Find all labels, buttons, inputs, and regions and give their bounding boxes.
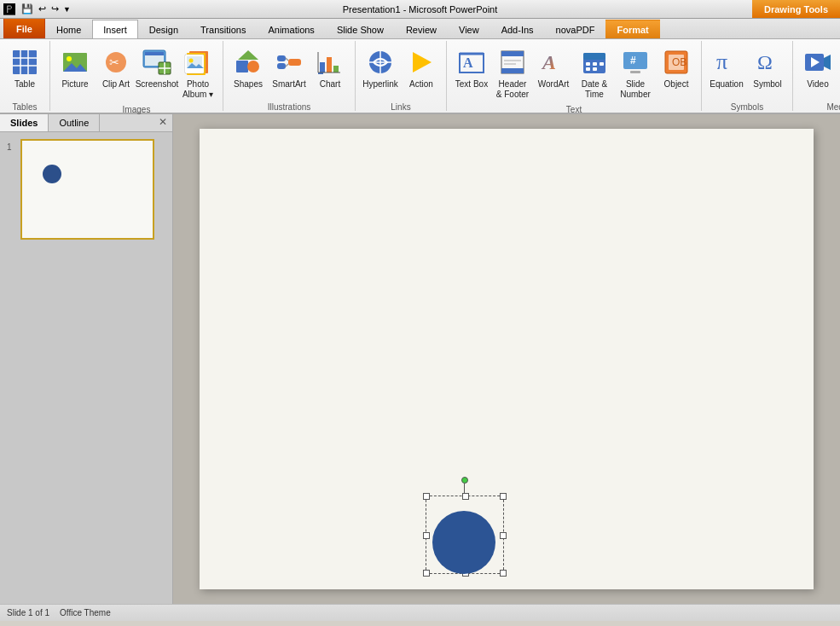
theme-name: Office Theme (60, 608, 111, 617)
qat-save[interactable]: 💾 (19, 3, 36, 15)
thumb-circle (43, 165, 61, 183)
svg-rect-33 (327, 57, 332, 72)
handle-top-right[interactable] (500, 493, 507, 500)
tab-home[interactable]: Home (45, 20, 92, 38)
video-button[interactable]: Video (798, 44, 837, 99)
handle-middle-left[interactable] (423, 532, 430, 539)
tab-animations[interactable]: Animations (257, 20, 325, 38)
svg-rect-57 (593, 67, 597, 71)
title-bar: 🅿 💾 ↩ ↪ ▼ Presentation1 - Microsoft Powe… (0, 0, 840, 19)
screenshot-button[interactable]: Screenshot (137, 44, 177, 99)
circle-shape[interactable] (432, 511, 495, 574)
rotation-handle[interactable] (461, 477, 468, 484)
svg-rect-26 (277, 55, 286, 61)
svg-rect-55 (600, 62, 604, 66)
panel-close-button[interactable]: ✕ (154, 114, 172, 131)
qat-dropdown[interactable]: ▼ (61, 4, 72, 14)
tab-addins[interactable]: Add-Ins (490, 20, 545, 38)
ribbon-group-text: A Text Box Header & Footer (447, 41, 702, 111)
tab-design[interactable]: Design (138, 20, 189, 38)
wordart-label: WordArt (538, 79, 570, 90)
tab-slides[interactable]: Slides (0, 114, 49, 131)
handle-top-left[interactable] (423, 493, 430, 500)
ribbon-group-tables: Table Tables (0, 41, 50, 111)
table-button[interactable]: Table (5, 44, 44, 99)
ribbon-group-images: Picture ✂ Clip Art (50, 41, 223, 111)
shapes-button[interactable]: Shapes (229, 44, 268, 99)
smartart-button[interactable]: SmartArt (269, 44, 309, 99)
symbol-button[interactable]: Ω Symbol (748, 44, 787, 99)
selected-shape-container[interactable] (426, 496, 504, 574)
ribbon-group-symbols: π Equation Ω Symbol Symbols (702, 41, 793, 111)
tab-novapdf[interactable]: novaPDF (545, 20, 606, 38)
svg-text:A: A (541, 51, 556, 73)
qat-redo[interactable]: ↪ (49, 3, 61, 15)
datetime-label: Date & Time (576, 79, 612, 100)
photoalbum-icon (182, 47, 213, 78)
handle-top-middle[interactable] (462, 493, 469, 500)
svg-rect-53 (586, 62, 590, 66)
svg-rect-47 (501, 68, 524, 73)
object-label: Object (664, 79, 689, 90)
ribbon: Table Tables Picture (0, 39, 840, 114)
datetime-button[interactable]: Date & Time (575, 44, 614, 101)
canvas-area[interactable] (173, 114, 840, 604)
symbol-icon: Ω (752, 47, 783, 78)
datetime-icon (579, 47, 610, 78)
slide-1-thumbnail[interactable] (20, 139, 154, 240)
table-icon (9, 47, 40, 78)
tab-review[interactable]: Review (395, 20, 448, 38)
textbox-label: Text Box (455, 79, 488, 90)
object-button[interactable]: OB Object (657, 44, 696, 99)
symbol-label: Symbol (753, 79, 781, 90)
headerfooter-button[interactable]: Header & Footer (493, 44, 532, 101)
tab-transitions[interactable]: Transitions (189, 20, 257, 38)
tab-outline[interactable]: Outline (49, 114, 100, 131)
qat-undo[interactable]: ↩ (36, 3, 49, 15)
ribbon-tabs: File Home Insert Design Transitions Anim… (0, 19, 840, 39)
picture-button[interactable]: Picture (55, 44, 95, 99)
slide-1-number: 1 (7, 139, 17, 152)
tab-slideshow[interactable]: Slide Show (326, 20, 395, 38)
tab-format[interactable]: Format (605, 20, 659, 38)
slide-canvas[interactable] (200, 129, 814, 589)
svg-rect-34 (333, 66, 339, 72)
slidenumber-button[interactable]: # Slide Number (616, 44, 655, 101)
textbox-button[interactable]: A Text Box (452, 44, 491, 99)
svg-line-30 (286, 64, 288, 67)
action-button[interactable]: Action (402, 44, 441, 99)
svg-rect-52 (583, 53, 605, 60)
picture-icon (60, 47, 90, 78)
tab-file[interactable]: File (3, 18, 45, 38)
wordart-icon: A (538, 47, 569, 78)
ribbon-group-links: Hyperlink Action Links (356, 41, 447, 111)
clipart-button[interactable]: ✂ Clip Art (96, 44, 136, 99)
svg-text:#: # (630, 55, 636, 67)
symbols-group-label: Symbols (731, 101, 763, 113)
action-label: Action (409, 79, 433, 90)
handle-middle-right[interactable] (500, 532, 507, 539)
photoalbum-button[interactable]: Photo Album ▾ (178, 44, 217, 101)
svg-rect-60 (630, 71, 640, 73)
equation-button[interactable]: π Equation (707, 44, 746, 99)
svg-rect-28 (288, 59, 301, 66)
clipart-label: Clip Art (102, 79, 130, 90)
wordart-button[interactable]: A WordArt (534, 44, 573, 99)
chart-button[interactable]: Chart (310, 44, 350, 99)
slidenumber-label: Slide Number (617, 79, 653, 100)
object-icon: OB (661, 47, 692, 78)
tab-view[interactable]: View (448, 20, 490, 38)
tab-insert[interactable]: Insert (92, 20, 138, 38)
textbox-icon: A (456, 47, 487, 78)
handle-bottom-right[interactable] (500, 570, 507, 577)
headerfooter-label: Header & Footer (495, 79, 530, 100)
handle-bottom-left[interactable] (423, 570, 430, 577)
photoalbum-label: Photo Album ▾ (180, 79, 216, 100)
svg-point-6 (67, 56, 72, 61)
svg-point-21 (189, 59, 194, 63)
svg-rect-32 (320, 62, 325, 72)
action-icon (406, 47, 437, 78)
svg-point-24 (247, 61, 259, 72)
hyperlink-button[interactable]: Hyperlink (361, 44, 400, 99)
slide-tabs: Slides Outline ✕ (0, 114, 172, 132)
